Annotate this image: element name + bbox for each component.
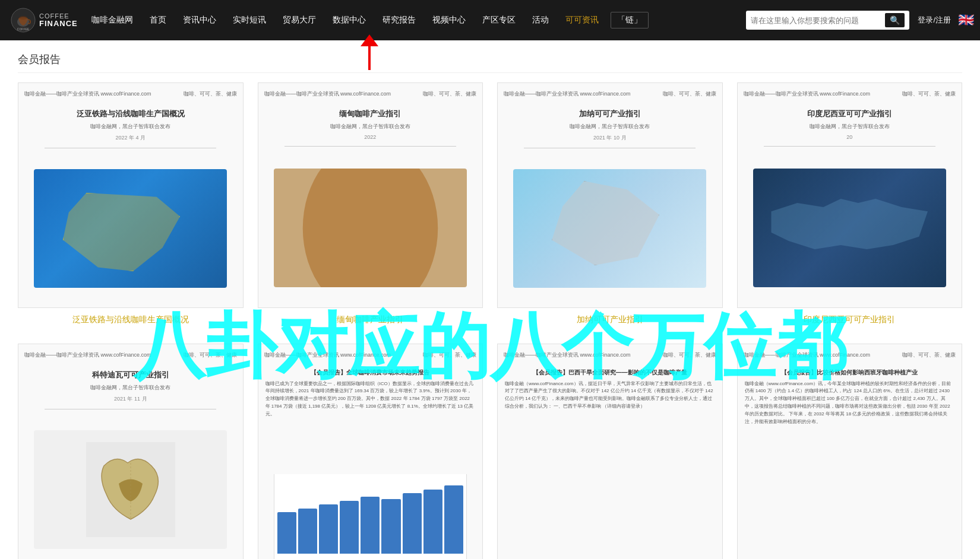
row2-reports-grid: 咖啡金融——咖啡产业全球资讯 www.cofFinance.com 咖啡、可可、… [18, 344, 962, 559]
report-divider-3 [524, 148, 696, 148]
report-link-title-1[interactable]: 泛亚铁路与沿线咖啡生产国概况 [72, 314, 189, 326]
report-chart-6: World Coffee Consumption 109.9 [263, 474, 478, 559]
logo-icon: COFFEE [11, 8, 36, 33]
main-content: 会员报告 八卦对应的八个万位都 咖啡金融——咖啡产业全球资讯 www.cofFi… [0, 40, 980, 559]
language-flag-icon[interactable]: 🇬🇧 [958, 12, 974, 28]
main-nav: 咖啡金融网 首页 资讯中心 实时短讯 贸易大厅 数据中心 研究报告 视频中心 产… [83, 0, 746, 40]
report-inner-title-5: 科特迪瓦可可产业指引 [23, 370, 238, 380]
report-brand-7: 咖啡金融——咖啡产业全球资讯 www.cofFinance.com [504, 351, 631, 359]
report-report-label-8: 【会员报告】比较价格如何影响西班牙咖啡种植产业 [742, 369, 957, 377]
main-header: COFFEE COFFEE FINANCE 咖啡金融网 首页 资讯中心 实时短讯… [0, 0, 980, 40]
login-button[interactable]: 登录/注册 [918, 15, 951, 26]
logo-area[interactable]: COFFEE COFFEE FINANCE [6, 8, 83, 33]
nav-home[interactable]: 首页 [141, 0, 175, 40]
report-subtitle-4: 咖啡金融网，黑台子智库联合发布 [742, 123, 957, 131]
report-tags-1: 咖啡、可可、茶、健康 [184, 90, 237, 98]
report-inner-title-2: 缅甸咖啡产业指引 [263, 109, 478, 119]
report-divider-4 [764, 146, 935, 147]
chart-bar-6 [381, 499, 400, 554]
report-subtitle-2: 咖啡金融网，黑台子智库联合发布 [263, 123, 478, 131]
report-image-3 [502, 154, 717, 303]
report-card-price[interactable]: 咖啡金融——咖啡产业全球资讯 www.cofFinance.com 咖啡、可可、… [737, 344, 963, 559]
logo-text: COFFEE FINANCE [39, 12, 78, 28]
nav-data[interactable]: 数据中心 [324, 0, 374, 40]
report-image-4 [742, 153, 957, 303]
map-world-image [753, 169, 946, 287]
nav-research[interactable]: 研究报告 [374, 0, 424, 40]
report-subtitle-1: 咖啡金融网，黑台子智库联合发布 [23, 123, 238, 131]
report-date-2: 2022 [263, 134, 478, 140]
nav-events[interactable]: 活动 [524, 0, 557, 40]
report-tags-3: 咖啡、可可、茶、健康 [663, 90, 716, 98]
map-cotedivoire-image [34, 430, 227, 549]
report-divider-2 [284, 146, 456, 147]
report-card-myanmar[interactable]: 咖啡金融——咖啡产业全球资讯 www.cofFinance.com 咖啡、可可、… [258, 82, 483, 326]
nav-cacao[interactable]: 可可资讯 [557, 0, 607, 40]
report-tags-5: 咖啡、可可、茶、健康 [184, 351, 237, 359]
report-body-text-6: 咖啡已成为了全球重要饮品之一，根据国际咖啡组织（ICO）数据显示，全球的咖啡消费… [263, 379, 478, 471]
report-body-text-8: 咖啡金融（www.cofFinance.com）讯，今年某全球咖啡种植的较长时期… [742, 379, 957, 559]
report-divider-1 [45, 148, 216, 148]
report-date-3: 2021 年 10 月 [502, 134, 717, 142]
report-brand-1: 咖啡金融——咖啡产业全球资讯 www.cofFinance.com [24, 90, 151, 98]
report-subtitle-5: 咖啡金融网，黑台子智库联合发布 [23, 384, 238, 392]
report-inner-title-3: 加纳可可产业指引 [502, 109, 717, 119]
chart-bar-1 [277, 512, 296, 554]
chart-bar-4 [340, 501, 359, 554]
chart-consumption: World Coffee Consumption 109.9 [274, 474, 467, 559]
map-myanmar-image [274, 169, 467, 287]
report-card-global-coffee[interactable]: 咖啡金融——咖啡产业全球资讯 www.cofFinance.com 咖啡、可可、… [258, 344, 483, 559]
report-date-4: 20 [742, 134, 957, 140]
report-brand-2: 咖啡金融——咖啡产业全球资讯 www.cofFinance.com [264, 90, 391, 98]
report-report-label-6: 【会员报告】全球咖啡消费市场未来趋势报告 [263, 369, 478, 377]
report-card-brazil[interactable]: 咖啡金融——咖啡产业全球资讯 www.cofFinance.com 咖啡、可可、… [497, 344, 723, 559]
report-inner-title-1: 泛亚铁路与沿线咖啡生产国概况 [23, 109, 238, 119]
report-link-title-4[interactable]: 印度尼西亚可可产业指引 [804, 314, 895, 326]
report-card-indonesia[interactable]: 咖啡金融——咖啡产业全球资讯 www.cofFinance.com 咖啡、可可、… [737, 82, 963, 326]
report-image-5 [23, 415, 238, 559]
report-tags-2: 咖啡、可可、茶、健康 [423, 90, 476, 98]
report-link-title-2[interactable]: 缅甸咖啡产业指引 [337, 314, 403, 326]
chart-bar-7 [403, 493, 422, 554]
report-brand-8: 咖啡金融——咖啡产业全球资讯 www.cofFinance.com [744, 351, 871, 359]
nav-video[interactable]: 视频中心 [424, 0, 474, 40]
row1-reports-grid: 咖啡金融——咖啡产业全球资讯 www.cofFinance.com 咖啡、可可、… [18, 82, 962, 326]
page-title: 会员报告 [18, 52, 962, 73]
report-tags-6: 咖啡、可可、茶、健康 [423, 351, 476, 359]
row1-reports-section: 咖啡金融——咖啡产业全球资讯 www.cofFinance.com 咖啡、可可、… [18, 82, 962, 326]
logo-bottom-text: FINANCE [39, 20, 78, 28]
search-area[interactable]: 🔍 [746, 11, 909, 30]
map-ghana-image [513, 169, 706, 288]
search-input[interactable] [751, 16, 881, 25]
chart-bar-3 [319, 504, 338, 554]
svg-point-2 [19, 16, 27, 20]
report-date-5: 2021 年 11 月 [23, 395, 238, 403]
report-brand-3: 咖啡金融——咖啡产业全球资讯 www.cofFinance.com [504, 90, 631, 98]
nav-news[interactable]: 资讯中心 [175, 0, 225, 40]
report-brand-6: 咖啡金融——咖啡产业全球资讯 www.cofFinance.com [264, 351, 391, 359]
chart-bar-8 [423, 490, 442, 554]
report-body-text-7: 咖啡金融（www.cofFinance.com）讯，据近日干旱，天气异常不仅影响… [502, 379, 717, 559]
report-date-1: 2022 年 4 月 [23, 134, 238, 142]
nav-chain[interactable]: 「链」 [611, 12, 649, 28]
report-divider-5 [45, 409, 216, 409]
nav-trade[interactable]: 贸易大厅 [274, 0, 324, 40]
row2-reports-section: 咖啡金融——咖啡产业全球资讯 www.cofFinance.com 咖啡、可可、… [18, 344, 962, 559]
report-card-ghana[interactable]: 咖啡金融——咖啡产业全球资讯 www.cofFinance.com 咖啡、可可、… [497, 82, 723, 326]
report-subtitle-3: 咖啡金融网，黑台子智库联合发布 [502, 123, 717, 131]
report-brand-5: 咖啡金融——咖啡产业全球资讯 www.cofFinance.com [24, 351, 151, 359]
report-tags-4: 咖啡、可可、茶、健康 [902, 90, 956, 98]
report-tags-8: 咖啡、可可、茶、健康 [902, 351, 956, 359]
svg-text:COFFEE: COFFEE [17, 27, 30, 31]
chart-bar-9 [444, 485, 463, 554]
search-button[interactable]: 🔍 [885, 13, 905, 27]
report-card-panasia[interactable]: 咖啡金融——咖啡产业全球资讯 www.cofFinance.com 咖啡、可可、… [18, 82, 244, 326]
report-card-cotedivoire[interactable]: 咖啡金融——咖啡产业全球资讯 www.cofFinance.com 咖啡、可可、… [18, 344, 244, 559]
report-link-title-3[interactable]: 加纳可可产业指引 [577, 314, 643, 326]
nav-realtime[interactable]: 实时短讯 [225, 0, 274, 40]
nav-coffee-finance[interactable]: 咖啡金融网 [83, 0, 141, 40]
chart-bar-2 [298, 509, 317, 554]
nav-region[interactable]: 产区专区 [474, 0, 524, 40]
chart-bar-5 [361, 497, 380, 554]
report-report-label-7: 【会员报告】巴西干旱全面研究——影响的不仅是咖啡产量 [502, 369, 717, 377]
